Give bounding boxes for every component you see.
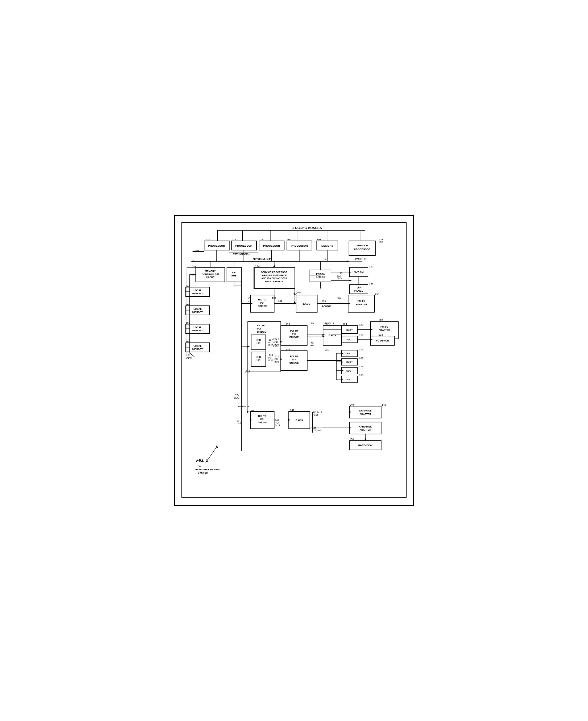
svg-text:127: 127	[359, 348, 363, 351]
svg-text:MAILBOX INTERFACE: MAILBOX INTERFACE	[261, 274, 287, 277]
svg-text:129: 129	[359, 365, 363, 368]
svg-text:124: 124	[343, 323, 347, 325]
svg-text:BRIDGE: BRIDGE	[257, 421, 267, 424]
svg-text:ADAPTER: ADAPTER	[360, 429, 372, 432]
svg-text:PCI I/O: PCI I/O	[358, 300, 365, 302]
svg-text:102: 102	[205, 238, 210, 241]
svg-text:148: 148	[382, 403, 386, 406]
svg-text:PCI: PCI	[260, 301, 264, 304]
svg-text:RIO: RIO	[232, 271, 236, 274]
svg-text:PANEL: PANEL	[354, 289, 363, 292]
svg-text:SLOT: SLOT	[346, 369, 353, 372]
svg-text:PHB: PHB	[256, 356, 261, 359]
svg-text:119: 119	[310, 322, 314, 325]
svg-text:AND ISA BUS ACCESS: AND ISA BUS ACCESS	[261, 277, 287, 280]
svg-text:191: 191	[317, 238, 321, 241]
svg-text:116: 116	[256, 359, 260, 361]
svg-text:BUS: BUS	[337, 277, 342, 280]
svg-text:BUS: BUS	[275, 424, 280, 427]
svg-text:194: 194	[272, 297, 276, 299]
svg-text:SLOT: SLOT	[346, 338, 353, 341]
svg-text:PCI BUS: PCI BUS	[312, 429, 322, 432]
svg-text:RIO BUS: RIO BUS	[238, 405, 249, 408]
svg-text:PCI: PCI	[275, 421, 279, 424]
svg-text:ADAPTER: ADAPTER	[379, 329, 390, 331]
svg-text:119: 119	[286, 323, 290, 325]
svg-text:BUS: BUS	[275, 360, 279, 363]
svg-text:MEMORY: MEMORY	[192, 311, 203, 314]
svg-text:105: 105	[287, 238, 291, 241]
svg-text:NVRAM: NVRAM	[354, 271, 363, 274]
svg-text:134: 134	[278, 300, 282, 302]
svg-text:PCI TO: PCI TO	[290, 329, 298, 332]
svg-text:150: 150	[350, 438, 354, 441]
svg-text:RIO TO: RIO TO	[258, 415, 267, 417]
svg-text:MEMORY: MEMORY	[205, 270, 215, 273]
svg-text:118: 118	[275, 355, 279, 358]
svg-text:SLOT: SLOT	[346, 329, 353, 331]
svg-text:EADS: EADS	[329, 334, 336, 337]
svg-text:193: 193	[297, 291, 301, 294]
svg-text:LOCAL: LOCAL	[193, 326, 202, 329]
svg-text:OP: OP	[357, 286, 361, 289]
svg-text:I/O DEVICE: I/O DEVICE	[376, 339, 389, 342]
svg-text:RIO TO: RIO TO	[258, 298, 267, 301]
svg-text:135: 135	[322, 300, 326, 303]
svg-text:DATA PROCESSING: DATA PROCESSING	[195, 468, 220, 471]
svg-text:144: 144	[314, 414, 318, 416]
svg-text:HARD DISK: HARD DISK	[359, 425, 372, 428]
svg-text:114: 114	[245, 371, 249, 374]
svg-text:SERVICE: SERVICE	[357, 244, 368, 247]
svg-text:PCI BUS: PCI BUS	[313, 411, 322, 414]
svg-text:PCI: PCI	[260, 418, 264, 421]
svg-text:PCI: PCI	[257, 327, 261, 330]
svg-text:SLOT: SLOT	[346, 361, 353, 363]
svg-text:PCI: PCI	[275, 341, 278, 343]
svg-text:LOCAL: LOCAL	[193, 308, 202, 310]
svg-text:117: 117	[275, 338, 279, 341]
svg-text:CACHE: CACHE	[206, 276, 214, 279]
svg-text:BRIDGE: BRIDGE	[257, 331, 266, 333]
svg-text:PCI: PCI	[292, 358, 296, 361]
svg-text:135: 135	[379, 241, 383, 244]
svg-text:BRIDGE: BRIDGE	[290, 336, 299, 339]
svg-rect-158	[281, 325, 307, 345]
svg-text:SYSTEM BUS: SYSTEM BUS	[253, 258, 272, 261]
svg-text:BUS: BUS	[269, 359, 273, 362]
svg-text:117: 117	[269, 339, 273, 341]
svg-text:140: 140	[249, 409, 254, 412]
svg-text:HUB: HUB	[231, 274, 237, 277]
svg-text:118: 118	[269, 354, 273, 357]
svg-text:131: 131	[324, 348, 329, 351]
svg-text:PROCESSOR: PROCESSOR	[354, 248, 370, 251]
svg-text:MEMORY: MEMORY	[192, 292, 203, 295]
svg-rect-241	[350, 406, 381, 418]
svg-text:PCI BUS: PCI BUS	[322, 305, 331, 308]
svg-text:PASSTHROUGH: PASSTHROUGH	[265, 280, 284, 283]
svg-text:SYSTEM: SYSTEM	[198, 471, 209, 474]
svg-text:MEMORY: MEMORY	[192, 348, 203, 351]
svg-text:123: 123	[379, 333, 383, 336]
svg-text:SLOT: SLOT	[346, 353, 353, 355]
svg-text:192: 192	[369, 265, 374, 268]
svg-text:PHB: PHB	[256, 339, 261, 341]
svg-text:ADAPTER: ADAPTER	[360, 413, 372, 416]
svg-text:PCI BUS: PCI BUS	[355, 258, 366, 261]
svg-text:128: 128	[359, 356, 363, 359]
svg-text:149: 149	[350, 403, 354, 406]
svg-text:115: 115	[256, 342, 260, 344]
svg-text:103: 103	[231, 238, 236, 241]
svg-text:PCI: PCI	[269, 357, 272, 359]
svg-text:194: 194	[255, 264, 260, 267]
svg-text:112: 112	[235, 420, 239, 423]
svg-text:PCI BUS: PCI BUS	[324, 322, 334, 325]
svg-text:142: 142	[290, 408, 295, 412]
svg-text:MEMORY: MEMORY	[321, 244, 333, 247]
svg-text:SLOT: SLOT	[346, 378, 353, 381]
svg-rect-246	[350, 422, 381, 434]
jtag-label: JTAG/I²C BUSSES	[292, 226, 322, 230]
svg-text:PCI: PCI	[275, 358, 278, 360]
svg-text:126: 126	[286, 348, 290, 351]
svg-text:120: 120	[359, 323, 363, 326]
svg-text:BUS: BUS	[234, 396, 240, 399]
